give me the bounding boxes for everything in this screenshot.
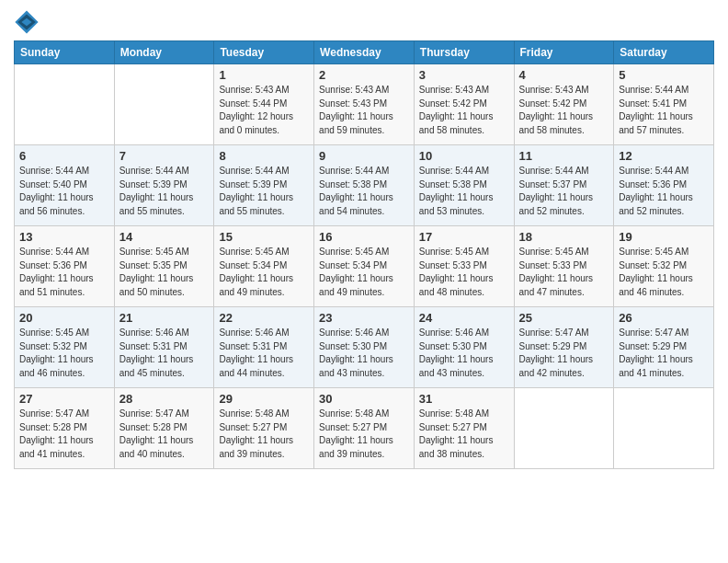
calendar-cell: 1Sunrise: 5:43 AM Sunset: 5:44 PM Daylig…: [214, 64, 314, 145]
day-number: 15: [219, 230, 309, 244]
week-row-3: 20Sunrise: 5:45 AM Sunset: 5:32 PM Dayli…: [15, 307, 714, 388]
calendar-cell: 29Sunrise: 5:48 AM Sunset: 5:27 PM Dayli…: [214, 388, 314, 469]
calendar-cell: 5Sunrise: 5:44 AM Sunset: 5:41 PM Daylig…: [614, 64, 714, 145]
day-info: Sunrise: 5:44 AM Sunset: 5:41 PM Dayligh…: [619, 84, 709, 137]
header: [14, 9, 714, 35]
day-info: Sunrise: 5:46 AM Sunset: 5:31 PM Dayligh…: [219, 327, 309, 380]
day-info: Sunrise: 5:44 AM Sunset: 5:38 PM Dayligh…: [419, 165, 509, 218]
week-row-1: 6Sunrise: 5:44 AM Sunset: 5:40 PM Daylig…: [15, 145, 714, 226]
day-number: 18: [519, 230, 609, 244]
calendar-cell: 15Sunrise: 5:45 AM Sunset: 5:34 PM Dayli…: [214, 226, 314, 307]
header-day-tuesday: Tuesday: [214, 41, 314, 64]
calendar-cell: 3Sunrise: 5:43 AM Sunset: 5:42 PM Daylig…: [414, 64, 514, 145]
header-day-sunday: Sunday: [15, 41, 115, 64]
day-number: 14: [119, 230, 210, 244]
day-info: Sunrise: 5:47 AM Sunset: 5:29 PM Dayligh…: [519, 327, 609, 380]
calendar-cell: 19Sunrise: 5:45 AM Sunset: 5:32 PM Dayli…: [614, 226, 714, 307]
day-info: Sunrise: 5:44 AM Sunset: 5:37 PM Dayligh…: [519, 165, 609, 218]
calendar-cell: 31Sunrise: 5:48 AM Sunset: 5:27 PM Dayli…: [414, 388, 514, 469]
day-number: 2: [319, 68, 409, 82]
day-info: Sunrise: 5:46 AM Sunset: 5:30 PM Dayligh…: [419, 327, 509, 380]
day-info: Sunrise: 5:44 AM Sunset: 5:40 PM Dayligh…: [19, 165, 109, 218]
calendar-cell: 27Sunrise: 5:47 AM Sunset: 5:28 PM Dayli…: [15, 388, 115, 469]
day-number: 23: [319, 311, 409, 325]
day-info: Sunrise: 5:45 AM Sunset: 5:34 PM Dayligh…: [319, 246, 409, 299]
calendar-cell: 4Sunrise: 5:43 AM Sunset: 5:42 PM Daylig…: [514, 64, 614, 145]
day-number: 24: [419, 311, 509, 325]
day-info: Sunrise: 5:45 AM Sunset: 5:33 PM Dayligh…: [519, 246, 609, 299]
calendar-cell: 21Sunrise: 5:46 AM Sunset: 5:31 PM Dayli…: [114, 307, 214, 388]
day-info: Sunrise: 5:44 AM Sunset: 5:38 PM Dayligh…: [319, 165, 409, 218]
day-info: Sunrise: 5:47 AM Sunset: 5:28 PM Dayligh…: [119, 408, 210, 461]
day-info: Sunrise: 5:45 AM Sunset: 5:32 PM Dayligh…: [19, 327, 109, 380]
day-info: Sunrise: 5:48 AM Sunset: 5:27 PM Dayligh…: [419, 408, 509, 461]
day-number: 5: [619, 68, 709, 82]
calendar-header-row: SundayMondayTuesdayWednesdayThursdayFrid…: [15, 41, 714, 64]
day-info: Sunrise: 5:47 AM Sunset: 5:29 PM Dayligh…: [619, 327, 709, 380]
calendar-cell: 24Sunrise: 5:46 AM Sunset: 5:30 PM Dayli…: [414, 307, 514, 388]
day-info: Sunrise: 5:44 AM Sunset: 5:36 PM Dayligh…: [19, 246, 109, 299]
calendar-cell: 8Sunrise: 5:44 AM Sunset: 5:39 PM Daylig…: [214, 145, 314, 226]
calendar-cell: [614, 388, 714, 469]
day-number: 22: [219, 311, 309, 325]
day-number: 12: [619, 149, 709, 163]
calendar-cell: 10Sunrise: 5:44 AM Sunset: 5:38 PM Dayli…: [414, 145, 514, 226]
day-info: Sunrise: 5:45 AM Sunset: 5:35 PM Dayligh…: [119, 246, 210, 299]
day-number: 10: [419, 149, 509, 163]
calendar-container: SundayMondayTuesdayWednesdayThursdayFrid…: [0, 0, 728, 483]
day-number: 11: [519, 149, 609, 163]
calendar-cell: 9Sunrise: 5:44 AM Sunset: 5:38 PM Daylig…: [314, 145, 415, 226]
day-number: 25: [519, 311, 609, 325]
day-number: 28: [119, 392, 210, 406]
day-number: 31: [419, 392, 509, 406]
logo: [14, 9, 43, 35]
day-info: Sunrise: 5:48 AM Sunset: 5:27 PM Dayligh…: [319, 408, 409, 461]
calendar-table: SundayMondayTuesdayWednesdayThursdayFrid…: [14, 40, 714, 469]
day-info: Sunrise: 5:43 AM Sunset: 5:44 PM Dayligh…: [219, 84, 309, 137]
day-info: Sunrise: 5:43 AM Sunset: 5:43 PM Dayligh…: [319, 84, 409, 137]
calendar-cell: 28Sunrise: 5:47 AM Sunset: 5:28 PM Dayli…: [114, 388, 214, 469]
calendar-cell: 2Sunrise: 5:43 AM Sunset: 5:43 PM Daylig…: [314, 64, 415, 145]
calendar-cell: 22Sunrise: 5:46 AM Sunset: 5:31 PM Dayli…: [214, 307, 314, 388]
calendar-cell: 23Sunrise: 5:46 AM Sunset: 5:30 PM Dayli…: [314, 307, 415, 388]
week-row-0: 1Sunrise: 5:43 AM Sunset: 5:44 PM Daylig…: [15, 64, 714, 145]
day-info: Sunrise: 5:48 AM Sunset: 5:27 PM Dayligh…: [219, 408, 309, 461]
calendar-cell: 26Sunrise: 5:47 AM Sunset: 5:29 PM Dayli…: [614, 307, 714, 388]
calendar-cell: 14Sunrise: 5:45 AM Sunset: 5:35 PM Dayli…: [114, 226, 214, 307]
day-info: Sunrise: 5:45 AM Sunset: 5:32 PM Dayligh…: [619, 246, 709, 299]
header-day-thursday: Thursday: [414, 41, 514, 64]
day-number: 20: [19, 311, 109, 325]
day-number: 21: [119, 311, 210, 325]
calendar-cell: 18Sunrise: 5:45 AM Sunset: 5:33 PM Dayli…: [514, 226, 614, 307]
day-info: Sunrise: 5:45 AM Sunset: 5:34 PM Dayligh…: [219, 246, 309, 299]
calendar-cell: 30Sunrise: 5:48 AM Sunset: 5:27 PM Dayli…: [314, 388, 415, 469]
calendar-cell: 20Sunrise: 5:45 AM Sunset: 5:32 PM Dayli…: [15, 307, 115, 388]
day-number: 13: [19, 230, 109, 244]
day-number: 17: [419, 230, 509, 244]
header-day-saturday: Saturday: [614, 41, 714, 64]
day-number: 26: [619, 311, 709, 325]
logo-icon: [14, 9, 40, 35]
day-info: Sunrise: 5:46 AM Sunset: 5:30 PM Dayligh…: [319, 327, 409, 380]
calendar-cell: [514, 388, 614, 469]
week-row-2: 13Sunrise: 5:44 AM Sunset: 5:36 PM Dayli…: [15, 226, 714, 307]
calendar-cell: 16Sunrise: 5:45 AM Sunset: 5:34 PM Dayli…: [314, 226, 415, 307]
header-day-friday: Friday: [514, 41, 614, 64]
day-info: Sunrise: 5:44 AM Sunset: 5:39 PM Dayligh…: [119, 165, 210, 218]
day-number: 30: [319, 392, 409, 406]
day-info: Sunrise: 5:44 AM Sunset: 5:39 PM Dayligh…: [219, 165, 309, 218]
day-info: Sunrise: 5:45 AM Sunset: 5:33 PM Dayligh…: [419, 246, 509, 299]
day-info: Sunrise: 5:47 AM Sunset: 5:28 PM Dayligh…: [19, 408, 109, 461]
day-number: 19: [619, 230, 709, 244]
calendar-cell: 7Sunrise: 5:44 AM Sunset: 5:39 PM Daylig…: [114, 145, 214, 226]
day-number: 7: [119, 149, 210, 163]
week-row-4: 27Sunrise: 5:47 AM Sunset: 5:28 PM Dayli…: [15, 388, 714, 469]
day-number: 3: [419, 68, 509, 82]
calendar-cell: 13Sunrise: 5:44 AM Sunset: 5:36 PM Dayli…: [15, 226, 115, 307]
day-number: 6: [19, 149, 109, 163]
calendar-cell: 6Sunrise: 5:44 AM Sunset: 5:40 PM Daylig…: [15, 145, 115, 226]
day-info: Sunrise: 5:46 AM Sunset: 5:31 PM Dayligh…: [119, 327, 210, 380]
day-number: 16: [319, 230, 409, 244]
calendar-cell: 12Sunrise: 5:44 AM Sunset: 5:36 PM Dayli…: [614, 145, 714, 226]
day-number: 8: [219, 149, 309, 163]
